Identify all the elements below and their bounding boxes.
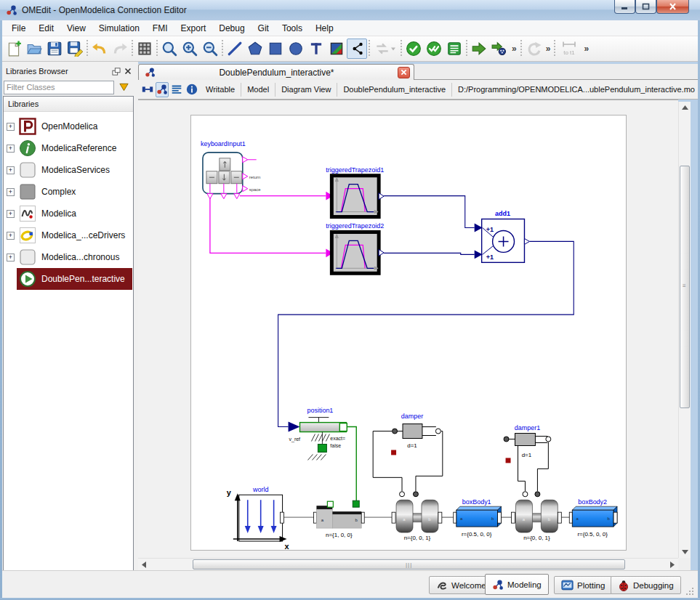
grid-button[interactable] (134, 38, 155, 59)
menu-git[interactable]: Git (252, 21, 275, 36)
scroll-down-button[interactable] (679, 546, 691, 558)
open-model-button[interactable] (24, 38, 44, 59)
perspective-debugging[interactable]: Debugging (611, 576, 681, 594)
toolbar-overflow-button[interactable]: » (582, 44, 591, 54)
horizontal-scrollbar[interactable]: ||| (138, 558, 678, 570)
reset-zoom-button[interactable] (159, 38, 180, 59)
menu-debug[interactable]: Debug (212, 21, 251, 36)
component-prismatic[interactable]: a b n={1, 0, 0} (313, 500, 364, 538)
tab-doublependulum-interactive[interactable]: DoublePendulum_interactive* (138, 64, 414, 80)
menu-edit[interactable]: Edit (32, 21, 60, 36)
expand-icon[interactable]: + (7, 254, 15, 262)
connection-keyboard-to-trapezoid1[interactable] (240, 192, 334, 200)
title-bar[interactable]: OMEdit - OpenModelica Connection Editor (0, 0, 700, 20)
library-item-modelicareference[interactable]: + ModelicaReference (4, 137, 132, 159)
component-revolute2[interactable]: a b n={0, 0, 1} (512, 500, 562, 541)
dock-float-button[interactable] (110, 66, 122, 77)
transition-mode-button[interactable] (371, 38, 399, 59)
scroll-left-button[interactable] (138, 559, 150, 571)
library-item-modelica-devicedrivers[interactable]: + Modelica_...ceDrivers (4, 224, 132, 246)
text-tool-button[interactable] (306, 38, 326, 59)
perspective-welcome[interactable]: Welcome (429, 576, 494, 594)
bitmap-tool-button[interactable] (326, 38, 347, 59)
writable-toggle[interactable]: Writable (200, 83, 241, 97)
zoom-out-button[interactable] (200, 38, 220, 59)
connection-trapezoid2-to-add1[interactable] (384, 253, 475, 254)
line-tool-button[interactable] (225, 38, 245, 59)
library-item-complex[interactable]: + Complex (4, 181, 132, 203)
simulate-interactive-button[interactable]: to t1 (557, 38, 582, 59)
menu-help[interactable]: Help (309, 21, 340, 36)
polygon-tool-button[interactable] (245, 38, 265, 59)
perspective-plotting[interactable]: Plotting (554, 576, 612, 594)
minimize-button[interactable] (614, 0, 635, 14)
toolbar-overflow-button[interactable]: » (510, 44, 519, 54)
simulate-with-debugger-button[interactable] (489, 38, 510, 59)
component-keyboardInput1[interactable]: keyboardInput1 (201, 140, 261, 199)
filter-classes-input[interactable] (4, 81, 114, 94)
perspective-modeling[interactable]: Modeling (485, 574, 549, 595)
simulate-button[interactable] (469, 38, 489, 59)
expand-icon[interactable]: + (7, 166, 15, 174)
expand-icon[interactable]: + (7, 145, 15, 153)
library-item-openmodelica[interactable]: + OpenModelica (4, 115, 132, 137)
component-revolute1[interactable]: a b n={0, 0, 1} (392, 500, 442, 541)
ellipse-tool-button[interactable] (286, 38, 306, 59)
undo-button[interactable] (89, 38, 110, 59)
vertical-scroll-thumb[interactable]: ≡ (680, 166, 690, 408)
scroll-to-class-button[interactable] (116, 80, 131, 94)
libraries-dock-titlebar[interactable]: Libraries Browser (2, 64, 134, 78)
connection-add1-to-position1[interactable] (278, 241, 574, 426)
menu-simulation[interactable]: Simulation (92, 21, 146, 36)
expand-icon[interactable]: + (7, 232, 15, 240)
component-world[interactable]: world (227, 486, 290, 550)
zoom-in-button[interactable] (180, 38, 200, 59)
menu-export[interactable]: Export (174, 21, 213, 36)
close-button[interactable] (656, 0, 689, 14)
component-boxBody1[interactable]: boxBody1 a b r={0.5, 0, 0} (454, 498, 502, 538)
vertical-scrollbar[interactable]: ≡ (678, 102, 691, 558)
connection-damper1-flange-b[interactable] (535, 442, 548, 496)
diagram-view-button[interactable] (156, 82, 169, 97)
component-triggeredTrapezoid1[interactable]: triggeredTrapezoid1 (326, 166, 384, 217)
redo-button[interactable] (110, 38, 130, 59)
restore-button[interactable] (635, 0, 656, 14)
resize-grip[interactable] (685, 587, 694, 596)
documentation-view-button[interactable] (185, 82, 199, 97)
instantiate-model-button[interactable] (444, 38, 464, 59)
expand-icon[interactable]: + (7, 123, 15, 131)
component-add1[interactable]: add1 +1 +1 (475, 210, 530, 263)
check-all-models-button[interactable] (424, 38, 444, 59)
menu-view[interactable]: View (60, 21, 92, 36)
component-triggeredTrapezoid2[interactable]: triggeredTrapezoid2 (326, 222, 384, 273)
text-view-button[interactable] (169, 82, 184, 97)
dock-close-button[interactable] (122, 66, 134, 77)
menu-file[interactable]: File (5, 21, 32, 36)
new-model-button[interactable] (4, 38, 24, 59)
connection-trapezoid1-to-add1[interactable] (384, 196, 475, 228)
component-position1[interactable]: position1 v_ref exact= false (289, 407, 347, 461)
component-boxBody2[interactable]: boxBody2 a b r={0.5, 0, 0} (569, 498, 617, 538)
connection-damper-flange-a[interactable] (373, 431, 404, 497)
menu-tools[interactable]: Tools (275, 21, 309, 36)
diagram-canvas-area[interactable]: keyboardInput1 (138, 100, 678, 558)
save-as-button[interactable] (65, 38, 85, 59)
library-item-modelica[interactable]: + Modelica (4, 203, 132, 224)
tab-close-button[interactable] (398, 67, 410, 78)
toolbar-overflow-button[interactable]: » (544, 44, 553, 54)
component-damper[interactable]: damper d=1 (391, 413, 440, 455)
connection-position1-to-prismatic[interactable] (347, 427, 356, 501)
scroll-right-button[interactable] (667, 559, 678, 571)
expand-icon[interactable]: + (7, 188, 15, 196)
expand-icon[interactable]: + (7, 210, 15, 218)
icon-view-button[interactable] (140, 82, 155, 97)
save-button[interactable] (44, 38, 65, 59)
component-damper1[interactable]: damper1 d=1 (504, 424, 551, 463)
horizontal-scroll-thumb[interactable]: ||| (193, 559, 625, 569)
menu-fmi[interactable]: FMI (146, 21, 174, 36)
library-item-doublependulum-interactive[interactable]: DoublePen...teractive (4, 268, 132, 290)
library-item-modelica-synchronous[interactable]: + Modelica...chronous (4, 246, 132, 268)
connection-damper-flange-b[interactable] (413, 431, 442, 497)
scroll-up-button[interactable] (679, 102, 691, 113)
connect-mode-button[interactable] (347, 38, 367, 59)
